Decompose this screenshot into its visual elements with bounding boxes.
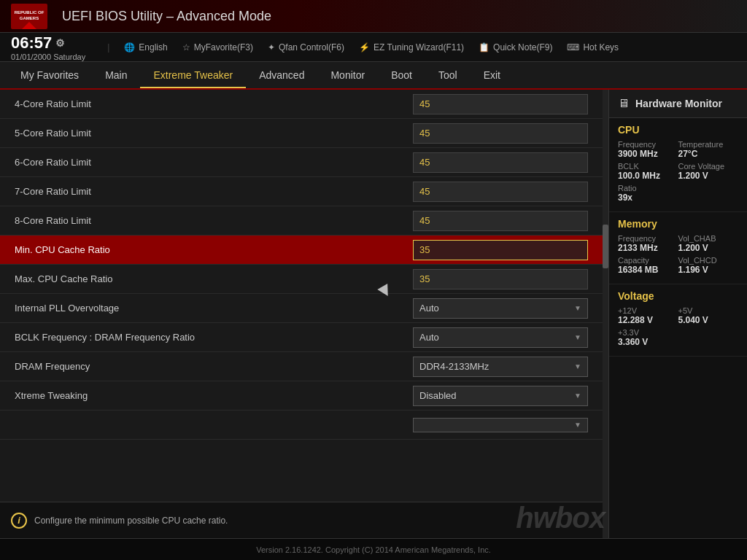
info-text: Configure the minimum possible CPU cache… <box>34 516 228 526</box>
app-title: UEFI BIOS Utility – Advanced Mode <box>62 9 271 24</box>
myfavorite-button[interactable]: ☆ MyFavorite(F3) <box>182 42 253 52</box>
hw-volt-12v-col: +12V 12.288 V <box>618 306 678 325</box>
setting-value-8-core-ratio[interactable]: 45 <box>413 211 588 231</box>
quicknote-button[interactable]: 📋 Quick Note(F9) <box>479 42 552 52</box>
hw-cpu-bclk-voltage: BCLK 100.0 MHz Core Voltage 1.200 V <box>618 162 738 181</box>
globe-icon: 🌐 <box>124 42 135 52</box>
nav-exit[interactable]: Exit <box>471 63 514 87</box>
hw-cpu-freq-temp: Frequency 3900 MHz Temperature 27°C <box>618 140 738 159</box>
qfan-button[interactable]: ✦ Qfan Control(F6) <box>268 42 344 52</box>
info-icon: i <box>11 513 27 529</box>
setting-row-7-core-ratio[interactable]: 7-Core Ratio Limit 45 <box>0 177 603 206</box>
info-bar: i Configure the minimum possible CPU cac… <box>0 502 603 538</box>
setting-dropdown-xtreme-tweaking[interactable]: Disabled ▼ <box>413 386 588 406</box>
hw-cpu-corevolt-col: Core Voltage 1.200 V <box>678 162 739 181</box>
setting-row-hidden[interactable]: ▼ <box>0 411 603 440</box>
note-icon: 📋 <box>479 42 489 52</box>
main-content: 4-Core Ratio Limit 45 5-Core Ratio Limit… <box>0 90 747 538</box>
setting-row-dram-freq[interactable]: DRAM Frequency DDR4-2133MHz ▼ <box>0 352 603 381</box>
setting-value-5-core-ratio[interactable]: 45 <box>413 123 588 144</box>
setting-row-5-core-ratio[interactable]: 5-Core Ratio Limit 45 <box>0 119 603 148</box>
setting-row-6-core-ratio[interactable]: 6-Core Ratio Limit 45 <box>0 148 603 177</box>
hw-cpu-bclk-label: BCLK <box>618 162 678 171</box>
hw-cpu-bclk-col: BCLK 100.0 MHz <box>618 162 678 181</box>
setting-label-6-core-ratio: 6-Core Ratio Limit <box>15 157 413 168</box>
chevron-down-icon: ▼ <box>574 304 581 312</box>
scroll-thumb[interactable] <box>603 225 608 268</box>
hw-volt-33v-value: 3.360 V <box>618 337 738 347</box>
hw-mem-cap-chcd: Capacity 16384 MB Vol_CHCD 1.196 V <box>618 256 738 275</box>
hw-cpu-ratio-value: 39x <box>618 192 738 203</box>
settings-icon[interactable]: ⚙ <box>55 37 65 49</box>
setting-row-8-core-ratio[interactable]: 8-Core Ratio Limit 45 <box>0 206 603 236</box>
nav-advanced[interactable]: Advanced <box>246 63 317 87</box>
setting-value-4-core-ratio[interactable]: 45 <box>413 94 588 114</box>
hw-mem-freq-chab: Frequency 2133 MHz Vol_CHAB 1.200 V <box>618 234 738 253</box>
hw-section-voltage: Voltage +12V 12.288 V +5V 5.040 V +3.3V … <box>609 284 747 357</box>
setting-label-7-core-ratio: 7-Core Ratio Limit <box>15 186 413 197</box>
hw-cpu-corevolt-label: Core Voltage <box>678 162 739 171</box>
setting-label-8-core-ratio: 8-Core Ratio Limit <box>15 215 413 226</box>
hotkeys-button[interactable]: ⌨ Hot Keys <box>567 42 619 52</box>
hw-mem-cap-value: 16384 MB <box>618 265 678 275</box>
setting-value-min-cpu-cache[interactable]: 35 <box>413 240 588 260</box>
hw-cpu-bclk-value: 100.0 MHz <box>618 171 678 181</box>
chevron-down-icon: ▼ <box>574 421 581 429</box>
hw-volt-5v-label: +5V <box>678 306 739 315</box>
setting-label-dram-freq: DRAM Frequency <box>15 361 413 372</box>
hw-mem-chcd-col: Vol_CHCD 1.196 V <box>678 256 739 275</box>
nav-main[interactable]: Main <box>92 63 140 87</box>
hw-volt-5v-col: +5V 5.040 V <box>678 306 739 325</box>
footer-text: Version 2.16.1242. Copyright (C) 2014 Am… <box>256 545 491 554</box>
nav-my-favorites[interactable]: My Favorites <box>7 63 92 87</box>
hw-section-memory: Memory Frequency 2133 MHz Vol_CHAB 1.200… <box>609 212 747 284</box>
nav-extreme-tweaker[interactable]: Extreme Tweaker <box>140 63 246 88</box>
hw-volt-12v-5v: +12V 12.288 V +5V 5.040 V <box>618 306 738 325</box>
setting-row-4-core-ratio[interactable]: 4-Core Ratio Limit 45 <box>0 90 603 119</box>
hw-cpu-ratio-row: Ratio 39x <box>618 184 738 203</box>
chevron-down-icon: ▼ <box>574 392 581 400</box>
monitor-icon: 🖥 <box>618 97 630 110</box>
hw-monitor-title: Hardware Monitor <box>635 98 722 109</box>
star-icon: ☆ <box>182 42 190 52</box>
setting-row-xtreme-tweaking[interactable]: Xtreme Tweaking Disabled ▼ <box>0 381 603 411</box>
hw-cpu-ratio-label: Ratio <box>618 184 738 192</box>
setting-dropdown-dram-freq[interactable]: DDR4-2133MHz ▼ <box>413 357 588 377</box>
setting-value-6-core-ratio[interactable]: 45 <box>413 152 588 173</box>
setting-label-bclk-dram: BCLK Frequency : DRAM Frequency Ratio <box>15 332 413 343</box>
setting-row-min-cpu-cache[interactable]: Min. CPU Cache Ratio 35 <box>0 236 603 265</box>
hw-memory-title: Memory <box>618 218 738 230</box>
nav-monitor[interactable]: Monitor <box>317 63 378 87</box>
hw-cpu-title: CPU <box>618 124 738 136</box>
hw-cpu-temp-col: Temperature 27°C <box>678 140 739 159</box>
nav-tool[interactable]: Tool <box>425 63 471 87</box>
hw-cpu-ratio-col: Ratio 39x <box>618 184 738 203</box>
hw-voltage-title: Voltage <box>618 290 738 302</box>
setting-label-min-cpu-cache: Min. CPU Cache Ratio <box>15 244 413 255</box>
hw-mem-freq-label: Frequency <box>618 234 678 243</box>
scroll-bar[interactable] <box>603 90 608 538</box>
setting-value-7-core-ratio[interactable]: 45 <box>413 182 588 202</box>
setting-dropdown-internal-pll[interactable]: Auto ▼ <box>413 298 588 319</box>
setting-row-bclk-dram[interactable]: BCLK Frequency : DRAM Frequency Ratio Au… <box>0 323 603 352</box>
nav-menu: My Favorites Main Extreme Tweaker Advanc… <box>0 62 747 90</box>
toolbar: 06:57 ⚙ 01/01/2000 Saturday | 🌐 English … <box>0 33 747 62</box>
setting-row-max-cpu-cache[interactable]: Max. CPU Cache Ratio 35 <box>0 265 603 294</box>
hw-cpu-temp-value: 27°C <box>678 149 739 159</box>
setting-value-max-cpu-cache[interactable]: 35 <box>413 269 588 289</box>
eztuning-button[interactable]: ⚡ EZ Tuning Wizard(F11) <box>359 42 464 52</box>
hw-mem-chab-label: Vol_CHAB <box>678 234 739 243</box>
lightning-icon: ⚡ <box>359 42 370 52</box>
hw-cpu-temp-label: Temperature <box>678 140 739 149</box>
hw-volt-33v-row: +3.3V 3.360 V <box>618 328 738 347</box>
logo-area: REPUBLIC OF GAMERS UEFI BIOS Utility – A… <box>11 4 271 29</box>
hw-mem-chcd-label: Vol_CHCD <box>678 256 739 265</box>
language-selector[interactable]: 🌐 English <box>124 42 167 52</box>
setting-row-internal-pll[interactable]: Internal PLL Overvoltage Auto ▼ <box>0 294 603 323</box>
hw-mem-freq-value: 2133 MHz <box>618 243 678 253</box>
setting-label-4-core-ratio: 4-Core Ratio Limit <box>15 98 413 109</box>
hw-mem-chcd-value: 1.196 V <box>678 265 739 275</box>
setting-dropdown-bclk-dram[interactable]: Auto ▼ <box>413 327 588 348</box>
nav-boot[interactable]: Boot <box>378 63 425 87</box>
setting-dropdown-hidden[interactable]: ▼ <box>413 418 588 432</box>
